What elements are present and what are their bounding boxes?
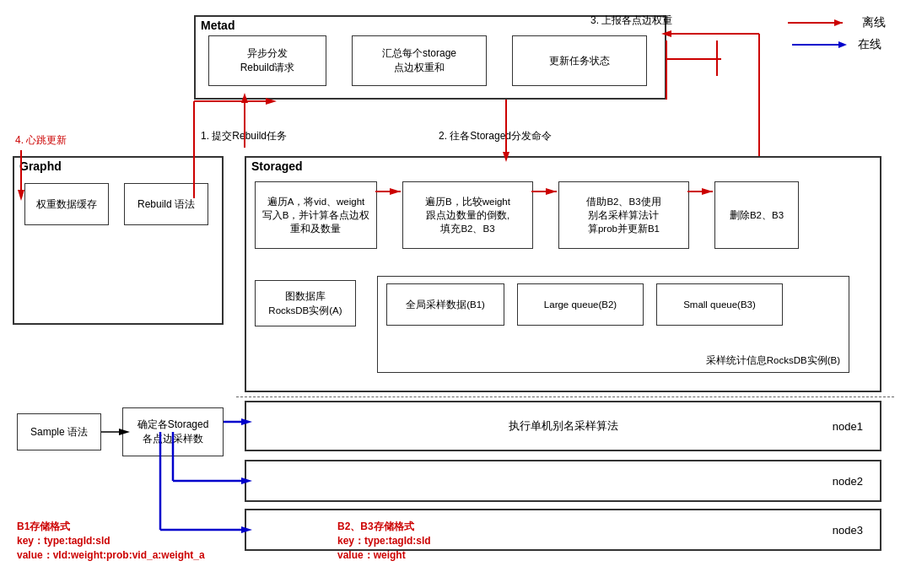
bottom-b1: B1存储格式 key：type:tagId:sld value：vId:weig… <box>17 520 205 563</box>
b23-title: B2、B3存储格式 <box>337 520 431 534</box>
diagram-container: 离线 在线 Metad 异步分发 Rebuild请求 汇总每个storage 点… <box>0 0 911 588</box>
offline-label: 离线 <box>862 15 886 30</box>
graphd-title: Graphd <box>14 158 222 175</box>
node1-label: node1 <box>833 420 863 433</box>
metad-box3: 更新任务状态 <box>512 35 647 86</box>
graphd-section: Graphd 权重数据缓存 Rebuild 语法 <box>13 156 224 325</box>
storaged-box4: 删除B2、B3 <box>714 181 799 249</box>
legend: 离线 在线 <box>792 15 886 52</box>
svg-text:1. 提交Rebuild任务: 1. 提交Rebuild任务 <box>201 130 287 142</box>
graphd-box2: Rebuild 语法 <box>124 183 208 225</box>
storaged-title: Storaged <box>246 158 880 175</box>
node2-label: node2 <box>833 475 863 488</box>
storaged-box3: 借助B2、B3使用 别名采样算法计 算prob并更新B1 <box>558 181 689 249</box>
legend-online: 在线 <box>792 37 886 52</box>
storaged-db4: Small queue(B3) <box>656 283 783 326</box>
sample-box1: Sample 语法 <box>17 413 101 450</box>
legend-offline: 离线 <box>792 15 886 30</box>
sample-box2: 确定各Storaged 各点边采样数 <box>122 407 224 456</box>
storaged-db3: Large queue(B2) <box>517 283 644 326</box>
metad-box2: 汇总每个storage 点边权重和 <box>352 35 487 86</box>
storaged-box2: 遍历B，比较weight 跟点边数量的倒数, 填充B2、B3 <box>402 181 533 249</box>
svg-marker-1 <box>834 19 843 26</box>
storaged-b-container: 全局采样数据(B1) Large queue(B2) Small queue(B… <box>377 276 849 373</box>
b23-line2: value：weight <box>337 548 431 563</box>
metad-section: Metad 异步分发 Rebuild请求 汇总每个storage 点边权重和 更… <box>194 15 666 100</box>
online-label: 在线 <box>858 37 881 52</box>
b1-line2: value：vId:weight:prob:vid_a:weight_a <box>17 548 205 563</box>
b23-line1: key：type:tagId:sld <box>337 534 431 548</box>
storaged-db2: 全局采样数据(B1) <box>386 283 504 326</box>
b1-line1: key：type:tagId:sld <box>17 534 205 548</box>
svg-marker-3 <box>838 41 847 48</box>
storaged-db1: 图数据库 RocksDB实例(A) <box>255 280 356 326</box>
node3-label: node3 <box>833 524 863 537</box>
b1-title: B1存储格式 <box>17 520 205 534</box>
metad-box1: 异步分发 Rebuild请求 <box>208 35 326 86</box>
dashed-line <box>236 396 894 397</box>
storaged-box1: 遍历A，将vid、weight 写入B，并计算各点边权 重和及数量 <box>255 181 377 249</box>
storaged-section: Storaged 遍历A，将vid、weight 写入B，并计算各点边权 重和及… <box>245 156 881 392</box>
metad-title: Metad <box>196 17 665 34</box>
node2-box: node2 <box>245 460 881 502</box>
svg-text:4. 心跳更新: 4. 心跳更新 <box>15 134 67 146</box>
graphd-box1: 权重数据缓存 <box>24 183 109 225</box>
storaged-db-label: 采样统计信息RocksDB实例(B) <box>706 354 840 367</box>
bottom-b23: B2、B3存储格式 key：type:tagId:sld value：weigh… <box>337 520 431 563</box>
sample-box3: 执行单机别名采样算法 node1 <box>245 401 881 451</box>
svg-text:2. 往各Storaged分发命令: 2. 往各Storaged分发命令 <box>439 130 552 142</box>
